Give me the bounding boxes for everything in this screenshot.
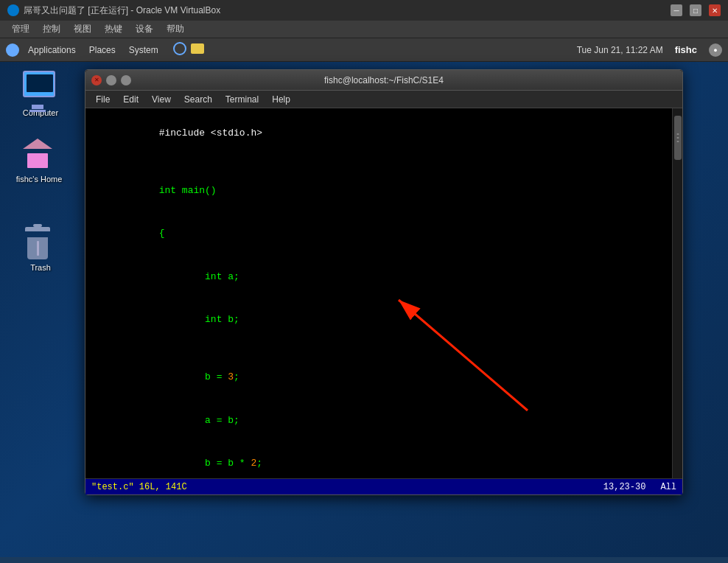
- statusbar-right-area: 13,23-30 All: [603, 482, 676, 492]
- code-line-10: b = b * 2;: [90, 442, 663, 479]
- a-assign-b: a = b;: [159, 415, 239, 426]
- gnome-taskbar: Applications Places System Tue Jun 21, 1…: [0, 38, 728, 62]
- open-brace: {: [159, 228, 165, 239]
- scrollbar-thumb[interactable]: [674, 116, 682, 160]
- taskbar-datetime: Tue Jun 21, 11:22 AM: [577, 45, 663, 55]
- desktop-area: Computer fishc's Home: [0, 62, 728, 534]
- trash-icon-image: [23, 224, 58, 259]
- terminal-menu-search[interactable]: Search: [178, 93, 218, 106]
- desktop-icon-home[interactable]: fishc's Home: [13, 136, 65, 184]
- vbox-menu-hotkey[interactable]: 热键: [99, 21, 128, 37]
- vbox-maximize-button[interactable]: □: [690, 4, 701, 16]
- terminal-menu-view[interactable]: View: [146, 93, 177, 106]
- b-assign-3: b =: [159, 371, 228, 382]
- semicolon-1: ;: [234, 371, 239, 382]
- taskbar-username: fishc: [675, 44, 697, 55]
- vbox-icon: [7, 4, 19, 16]
- trash-lid: [25, 227, 50, 231]
- statusbar-position: 13,23-30: [603, 482, 646, 492]
- vbox-menu-view[interactable]: 视图: [68, 21, 97, 37]
- code-line-2: [90, 155, 663, 169]
- semicolon-2: ;: [256, 458, 262, 469]
- vbox-minimize-button[interactable]: ─: [671, 4, 682, 16]
- var-b: b;: [222, 314, 239, 325]
- code-area[interactable]: #include <stdio.h> int main() {: [90, 111, 678, 478]
- code-line-6: int b;: [90, 298, 663, 342]
- terminal-menu-terminal[interactable]: Terminal: [220, 93, 265, 106]
- code-line-3: int main(): [90, 169, 663, 212]
- terminal-menu-file[interactable]: File: [90, 93, 116, 106]
- include-statement: #include <stdio.h>: [159, 127, 262, 139]
- terminal-menu-edit[interactable]: Edit: [117, 93, 144, 106]
- statusbar-file-info: "test.c" 16L, 141C: [91, 482, 187, 492]
- home-roof: [23, 139, 52, 149]
- network-icon: [173, 42, 186, 58]
- statusbar-all: All: [660, 482, 676, 492]
- terminal-menu-help[interactable]: Help: [266, 93, 296, 106]
- vbox-menu-help[interactable]: 帮助: [161, 21, 190, 37]
- indent-2: [159, 314, 205, 325]
- main-func: main(): [176, 185, 217, 196]
- vbox-menu-device[interactable]: 设备: [130, 21, 159, 37]
- system-menu[interactable]: System: [125, 43, 163, 57]
- vbox-menu-control[interactable]: 控制: [37, 21, 66, 37]
- system-label: System: [129, 45, 158, 55]
- terminal-minimize-button[interactable]: [106, 75, 116, 85]
- terminal-content[interactable]: #include <stdio.h> int main() {: [85, 108, 682, 478]
- places-menu[interactable]: Places: [85, 43, 120, 57]
- scrollbar-dots: [677, 133, 679, 142]
- keyword-int-b: int: [205, 314, 222, 325]
- desktop-icon-computer[interactable]: Computer: [15, 69, 66, 118]
- trash-body: [27, 237, 48, 259]
- terminal-window: ✕ fishc@localhost:~/FishC/S1E4 File Edit…: [85, 69, 683, 495]
- terminal-menubar: File Edit View Search Terminal Help: [85, 91, 682, 108]
- computer-icon-image: [23, 69, 58, 105]
- vbox-titlebar: 屌哥又出问题了 [正在运行] - Oracle VM VirtualBox ─ …: [0, 0, 728, 21]
- taskbar-datetime-area: Tue Jun 21, 11:22 AM fishc ●: [577, 43, 722, 57]
- code-line-4: {: [90, 212, 663, 256]
- code-line-8: b = 3;: [90, 356, 663, 399]
- vbox-title: 屌哥又出问题了 [正在运行] - Oracle VM VirtualBox: [24, 4, 663, 17]
- places-label: Places: [89, 45, 116, 55]
- code-line-9: a = b;: [90, 399, 663, 442]
- keyword-int-a: int: [205, 271, 222, 282]
- vbox-menu-manage[interactable]: 管理: [6, 21, 35, 37]
- home-icon-image: [21, 136, 57, 171]
- terminal-statusbar: "test.c" 16L, 141C 13,23-30 All: [85, 478, 682, 494]
- applications-label: Applications: [28, 45, 76, 55]
- applications-menu[interactable]: Applications: [24, 43, 80, 57]
- taskbar-indicator-icon: ●: [709, 43, 722, 57]
- desktop: Applications Places System Tue Jun 21, 1…: [0, 38, 728, 557]
- trash-icon-label: Trash: [28, 262, 53, 273]
- code-line-1: #include <stdio.h>: [90, 111, 663, 155]
- keyword-int-main: int: [159, 185, 176, 196]
- vbox-close-button[interactable]: ✕: [709, 4, 721, 16]
- var-a: a;: [222, 271, 239, 282]
- applications-icon: [6, 43, 19, 57]
- terminal-close-button[interactable]: ✕: [91, 75, 102, 85]
- terminal-titlebar: ✕ fishc@localhost:~/FishC/S1E4: [85, 70, 682, 91]
- code-line-5: int a;: [90, 255, 663, 298]
- home-body: [27, 153, 48, 168]
- monitor-icon: [23, 71, 55, 97]
- home-icon-label: fishc's Home: [14, 174, 65, 184]
- indent-1: [159, 271, 205, 282]
- terminal-maximize-button[interactable]: [121, 75, 131, 85]
- b-assign-b2: b = b *: [159, 458, 251, 469]
- code-line-7: [90, 341, 663, 356]
- vbox-menubar: 管理 控制 视图 热键 设备 帮助: [0, 21, 728, 38]
- desktop-icon-trash[interactable]: Trash: [15, 224, 66, 273]
- terminal-scrollbar[interactable]: [672, 108, 682, 478]
- number-3: 3: [228, 371, 234, 382]
- folder-icon: [191, 43, 204, 57]
- terminal-title: fishc@localhost:~/FishC/S1E4: [324, 75, 444, 85]
